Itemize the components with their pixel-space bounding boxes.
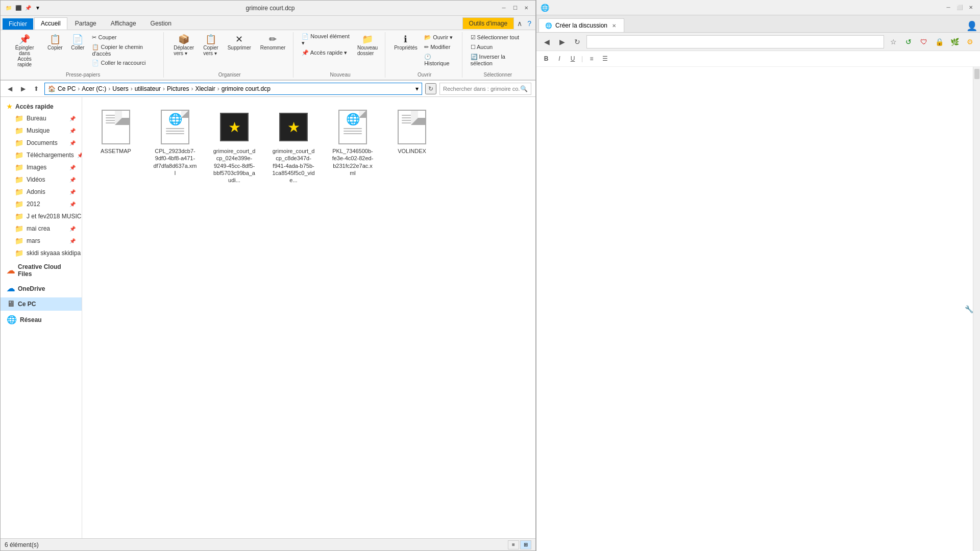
sidebar-item-mars[interactable]: 📁 mars 📌 [1, 235, 82, 247]
tool-italic[interactable]: I [554, 53, 565, 64]
tool-align-left[interactable]: ≡ [586, 53, 597, 64]
list-view-button[interactable]: ≡ [508, 540, 519, 549]
browser-minimize-button[interactable]: ─ [943, 3, 953, 13]
tab-partage[interactable]: Partage [68, 17, 103, 30]
scrollbar-thumb[interactable] [974, 69, 979, 79]
new-folder-button[interactable]: 📁 Nouveaudossier [354, 32, 380, 59]
sidebar-header-creative[interactable]: ☁ Creative Cloud Files [1, 261, 82, 280]
help-icon[interactable]: ? [525, 17, 533, 30]
path-utilisateur[interactable]: utilisateur [135, 85, 161, 92]
browser-ext5-button[interactable]: ⚙ [964, 36, 976, 48]
minimize-button[interactable]: ─ [499, 3, 509, 13]
scrollbar[interactable] [973, 67, 980, 551]
tab-accueil[interactable]: Accueil [34, 17, 67, 30]
browser-restore-button[interactable]: ⬜ [954, 3, 965, 13]
sidebar-item-musique[interactable]: 📁 Musique 📌 [1, 124, 82, 137]
file-item-assetmap[interactable]: ASSETMAP [90, 105, 141, 187]
tool-bold[interactable]: B [541, 53, 552, 64]
tab-affichage[interactable]: Affichage [104, 17, 143, 30]
grid-view-button[interactable]: ⊞ [520, 540, 531, 549]
new-item-button[interactable]: 📄 Nouvel élément ▾ [300, 32, 352, 47]
back-button[interactable]: ◀ [5, 84, 15, 94]
sidebar-item-skidi[interactable]: 📁 skidi skyaaa skidipa 📌 [1, 247, 82, 259]
paste-shortcut-button[interactable]: 📄 Coller le raccourci [90, 59, 159, 67]
invert-selection-button[interactable]: 🔄 Inverser la sélection [469, 53, 527, 67]
browser-tab-close[interactable]: ✕ [610, 22, 618, 29]
path-pictures[interactable]: Pictures [167, 85, 189, 92]
delete-button[interactable]: ✕ Supprimer [224, 32, 255, 53]
path-pc[interactable]: Ce PC [58, 85, 76, 92]
sidebar-item-music2018[interactable]: 📁 J et fev2018 MUSIC 📌 [1, 210, 82, 222]
path-acer[interactable]: Acer (C:) [82, 85, 106, 92]
sidebar-header-ce-pc[interactable]: 🖥 Ce PC [1, 297, 82, 311]
browser-ext3-button[interactable]: 🔒 [933, 36, 945, 48]
file-item-pkl[interactable]: 🌐 PKL_7346500b-fe3e-4c02-82ed-b231fc22e7… [327, 105, 378, 187]
sidebar-item-videos[interactable]: 📁 Vidéos 📌 [1, 173, 82, 186]
modify-button[interactable]: ✏ Modifier [422, 43, 457, 52]
up-button[interactable]: ⬆ [31, 84, 41, 94]
sidebar-item-2012[interactable]: 📁 2012 📌 [1, 198, 82, 210]
pin-access-button[interactable]: 📌 Épingler dansAccès rapide [7, 32, 42, 70]
sidebar-item-telechargements[interactable]: 📁 Téléchargements 📌 [1, 149, 82, 161]
browser-user-icon[interactable]: 👤 [966, 20, 978, 32]
properties-button[interactable]: ℹ Propriétés [391, 32, 420, 53]
browser-ext2-button[interactable]: 🛡 [918, 36, 930, 48]
file-item-grimoire-audio[interactable]: ★ grimoire_court_dcp_024e399e-9249-45cc-… [209, 105, 260, 187]
refresh-button[interactable]: ↻ [425, 83, 436, 94]
file-item-cpl[interactable]: 🌐 CPL_2923dcb7-9df0-4bf8-a471-df7dfa8d63… [150, 105, 201, 187]
sidebar-item-bureau[interactable]: 📁 Bureau 📌 [1, 112, 82, 124]
browser-forward-button[interactable]: ▶ [556, 36, 568, 48]
browser-bookmark-button[interactable]: ☆ [887, 36, 899, 48]
browser-ext4-button[interactable]: 🌿 [948, 36, 961, 48]
down-arrow-icon[interactable]: ▼ [34, 4, 42, 12]
browser-close-button[interactable]: ✕ [966, 3, 976, 13]
sidebar-item-images[interactable]: 📁 Images 📌 [1, 161, 82, 173]
path-current[interactable]: grimoire court.dcp [222, 85, 271, 92]
browser-ext1-button[interactable]: ↺ [902, 36, 915, 48]
sidebar-header-acces-rapide[interactable]: ★ Accès rapide [1, 101, 82, 112]
documents-label: Documents [27, 139, 58, 146]
delete-icon: ✕ [235, 35, 243, 44]
maximize-button[interactable]: ☐ [510, 3, 520, 13]
path-xleclair[interactable]: Xleclair [195, 85, 215, 92]
address-path[interactable]: 🏠 Ce PC › Acer (C:) › Users › utilisateu… [44, 83, 422, 95]
sidebar-item-adonis[interactable]: 📁 Adonis 📌 [1, 186, 82, 198]
search-input[interactable] [443, 86, 520, 92]
sidebar-item-documents[interactable]: 📁 Documents 📌 [1, 137, 82, 149]
select-none-button[interactable]: ☐ Aucun [469, 43, 527, 52]
search-icon[interactable]: 🔍 [520, 85, 528, 92]
paste-button[interactable]: 📄 Coller [67, 32, 88, 53]
copy-button[interactable]: 📋 Copier [44, 32, 65, 53]
open-button[interactable]: 📂 Ouvrir ▾ [422, 33, 457, 42]
ribbon-expand-icon[interactable]: ∧ [515, 17, 524, 30]
file-item-volindex[interactable]: VOLINDEX [386, 105, 437, 187]
quick-access-button[interactable]: 📌 Accès rapide ▾ [300, 48, 352, 57]
tool-align-center[interactable]: ☰ [599, 53, 610, 64]
move-to-button[interactable]: 📦 Déplacervers ▾ [170, 32, 198, 59]
tab-outils[interactable]: Outils d'image [462, 17, 514, 30]
select-all-button[interactable]: ☑ Sélectionner tout [469, 33, 527, 42]
cut-button[interactable]: ✂ Couper [90, 33, 159, 42]
browser-back-button[interactable]: ◀ [541, 36, 553, 48]
path-dropdown-icon[interactable]: ▾ [415, 85, 419, 92]
sidebar-header-reseau[interactable]: 🌐 Réseau [1, 313, 82, 327]
close-button[interactable]: ✕ [521, 3, 531, 13]
copy-path-button[interactable]: 📋 Copier le chemin d'accès [90, 43, 159, 58]
browser-refresh-button[interactable]: ↻ [571, 36, 583, 48]
rename-button[interactable]: ✏ Renommer [257, 32, 289, 53]
sidebar-header-onedrive[interactable]: ☁ OneDrive [1, 282, 82, 295]
history-button[interactable]: 🕐 Historique [422, 53, 457, 67]
copy-to-button[interactable]: 📋 Copiervers ▾ [200, 32, 222, 59]
file-item-grimoire-video[interactable]: ★ grimoire_court_dcp_c8de347d-f941-4ada-… [268, 105, 319, 187]
tab-fichier[interactable]: Fichier [3, 18, 33, 30]
sidebar-item-mai-crea[interactable]: 📁 mai crea 📌 [1, 222, 82, 235]
browser-url-input[interactable] [586, 35, 884, 48]
quick-access-icon[interactable]: ⬛ [14, 4, 22, 12]
forward-button[interactable]: ▶ [18, 84, 28, 94]
pin-icon[interactable]: 📌 [24, 4, 32, 12]
path-users[interactable]: Users [112, 85, 128, 92]
tab-gestion[interactable]: Gestion [144, 17, 178, 30]
browser-tab-creer[interactable]: 🌐 Créer la discussion ✕ [538, 18, 624, 32]
tool-underline[interactable]: U [567, 53, 578, 64]
delete-label: Supprimer [228, 45, 251, 51]
